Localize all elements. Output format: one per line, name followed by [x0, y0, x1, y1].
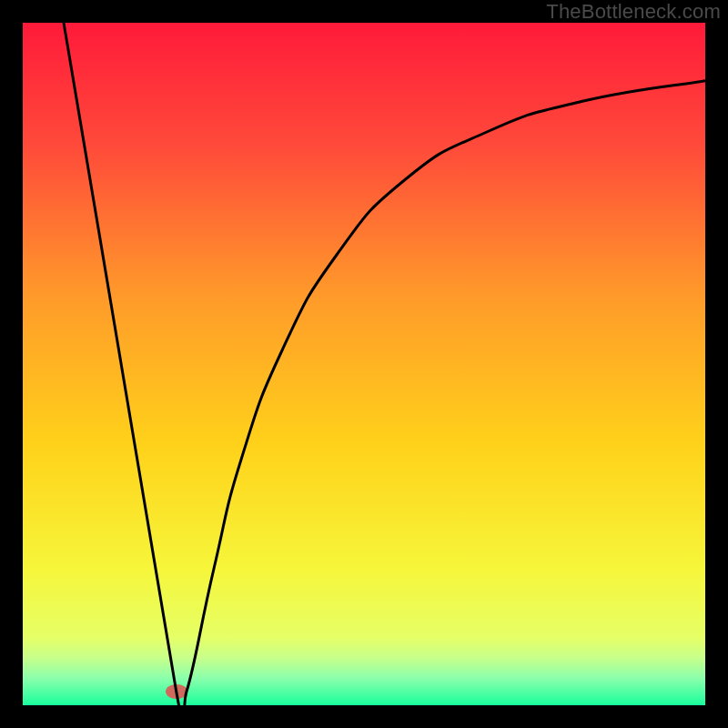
- bottleneck-curve: [23, 23, 705, 705]
- attribution-text: TheBottleneck.com: [546, 0, 721, 24]
- chart-frame: TheBottleneck.com: [0, 0, 728, 728]
- plot-area: [23, 23, 705, 705]
